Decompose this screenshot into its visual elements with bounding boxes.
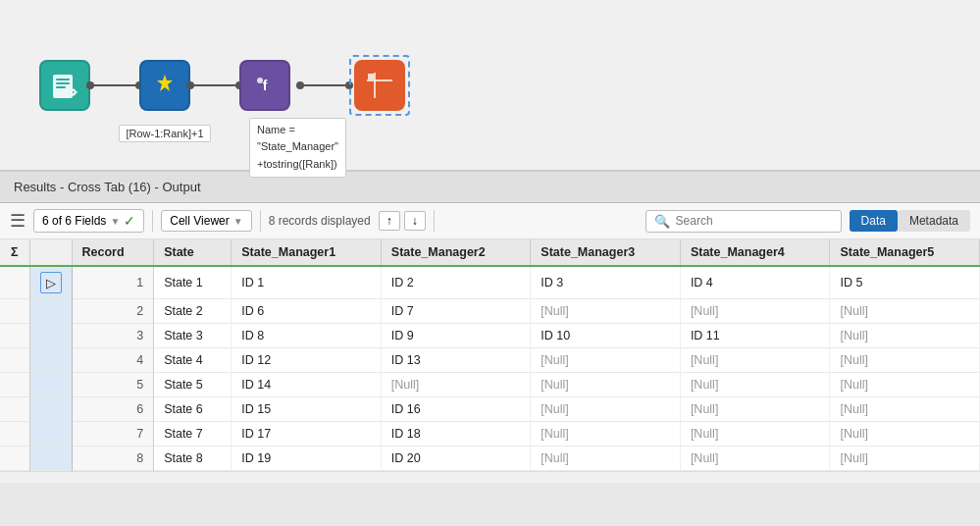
input-node-icon[interactable] xyxy=(39,60,90,111)
rank-node-icon[interactable] xyxy=(139,60,190,111)
cell-state_manager3: [Null] xyxy=(531,373,681,397)
svg-rect-11 xyxy=(368,74,374,79)
cell-record: 7 xyxy=(72,422,154,447)
cell-state_manager1: ID 19 xyxy=(232,447,382,471)
svg-rect-3 xyxy=(56,86,66,88)
crosstab-node-container[interactable] xyxy=(349,55,410,116)
cell-state_manager3: [Null] xyxy=(531,348,681,373)
cell-state_manager4: [Null] xyxy=(680,348,830,373)
row-indicator-cell xyxy=(29,447,72,471)
cell-record: 3 xyxy=(72,324,154,348)
rank-node-label: [Row-1:Rank]+1 xyxy=(119,125,210,142)
node-rank[interactable]: [Row-1:Rank]+1 xyxy=(139,60,190,111)
workflow-nodes: [Row-1:Rank]+1 f Name = "State_Manager" … xyxy=(39,55,410,116)
null-value: [Null] xyxy=(541,353,568,367)
cell-state_manager1: ID 17 xyxy=(232,422,382,447)
cell-state: State 2 xyxy=(154,299,232,324)
null-value: [Null] xyxy=(391,378,419,392)
null-value: [Null] xyxy=(840,378,867,392)
cell-state_manager1: ID 8 xyxy=(232,324,382,348)
null-value: [Null] xyxy=(541,378,568,392)
tab-data[interactable]: Data xyxy=(850,210,898,232)
sigma-header: Σ xyxy=(0,239,29,266)
col-header-manager4: State_Manager4 xyxy=(680,239,830,266)
null-value: [Null] xyxy=(691,304,718,318)
cell-state_manager2: ID 20 xyxy=(381,447,531,471)
cell-record: 2 xyxy=(72,299,154,324)
nav-down-button[interactable]: ↓ xyxy=(404,211,426,231)
cell-record: 6 xyxy=(72,397,154,422)
node-input[interactable] xyxy=(39,60,90,111)
table-row: ▷1State 1ID 1ID 2ID 3ID 4ID 5 xyxy=(0,266,980,299)
fields-label: 6 of 6 Fields xyxy=(42,214,106,228)
null-value: [Null] xyxy=(840,353,867,367)
row-indicator-cell xyxy=(29,373,72,397)
stack-icon[interactable]: ☰ xyxy=(10,210,26,232)
cell-state_manager3: [Null] xyxy=(531,447,681,471)
cell-record: 8 xyxy=(72,447,154,471)
cell-state_manager5: [Null] xyxy=(830,299,980,324)
sigma-cell xyxy=(0,397,29,422)
null-value: [Null] xyxy=(691,378,718,392)
cell-state: State 3 xyxy=(154,324,232,348)
fields-dropdown-arrow[interactable]: ▼ xyxy=(110,216,120,227)
row-indicator-cell xyxy=(29,299,72,324)
results-toolbar: ☰ 6 of 6 Fields ▼ ✓ Cell Viewer ▼ 8 reco… xyxy=(0,203,980,239)
null-value: [Null] xyxy=(541,402,568,416)
results-header: Results - Cross Tab (16) - Output xyxy=(0,172,980,203)
cell-state_manager1: ID 1 xyxy=(232,266,382,299)
search-box[interactable]: 🔍 xyxy=(645,210,842,233)
null-value: [Null] xyxy=(691,427,718,441)
row-indicator-cell: ▷ xyxy=(29,266,72,299)
cell-state_manager3: [Null] xyxy=(531,299,681,324)
col-header-state: State xyxy=(154,239,232,266)
node-crosstab[interactable] xyxy=(349,55,410,116)
cell-state_manager5: [Null] xyxy=(830,324,980,348)
tab-metadata[interactable]: Metadata xyxy=(898,210,970,232)
table-body: ▷1State 1ID 1ID 2ID 3ID 4ID 52State 2ID … xyxy=(0,266,980,471)
node-formula[interactable]: f Name = "State_Manager" +tostring([Rank… xyxy=(239,60,290,111)
row-indicator-header xyxy=(29,239,72,266)
null-value: [Null] xyxy=(541,427,568,441)
cell-state_manager4: [Null] xyxy=(680,373,830,397)
cell-state: State 8 xyxy=(154,447,232,471)
workflow-canvas: [Row-1:Rank]+1 f Name = "State_Manager" … xyxy=(0,0,980,172)
svg-rect-2 xyxy=(56,82,70,84)
col-header-manager3: State_Manager3 xyxy=(531,239,681,266)
cell-viewer-arrow[interactable]: ▼ xyxy=(233,216,243,227)
cell-state_manager4: [Null] xyxy=(680,397,830,422)
cell-state_manager3: ID 10 xyxy=(531,324,681,348)
navigation-arrows: ↑ ↓ xyxy=(379,211,426,231)
table-row: 8State 8ID 19ID 20[Null][Null][Null] xyxy=(0,447,980,471)
cell-state_manager2: ID 9 xyxy=(381,324,531,348)
cell-state_manager3: [Null] xyxy=(531,422,681,447)
table-row: 2State 2ID 6ID 7[Null][Null][Null] xyxy=(0,299,980,324)
col-header-record: Record xyxy=(72,239,154,266)
cell-viewer-selector[interactable]: Cell Viewer ▼ xyxy=(161,210,251,232)
svg-text:f: f xyxy=(263,78,268,93)
sigma-cell xyxy=(0,324,29,348)
row-selector-icon[interactable]: ▷ xyxy=(40,272,62,293)
cell-state_manager3: ID 3 xyxy=(531,266,681,299)
sigma-cell xyxy=(0,299,29,324)
crosstab-node-icon[interactable] xyxy=(354,60,405,111)
row-indicator-cell xyxy=(29,397,72,422)
search-input[interactable] xyxy=(676,214,833,228)
row-indicator-cell xyxy=(29,422,72,447)
table-row: 3State 3ID 8ID 9ID 10ID 11[Null] xyxy=(0,324,980,348)
results-table-container: Σ Record State State_Manager1 State_Mana… xyxy=(0,239,980,471)
null-value: [Null] xyxy=(840,451,867,465)
formula-node-icon[interactable]: f xyxy=(239,60,290,111)
cell-state_manager2: [Null] xyxy=(381,373,531,397)
toolbar-divider-1 xyxy=(152,210,153,232)
cell-state_manager4: [Null] xyxy=(680,299,830,324)
nav-up-button[interactable]: ↑ xyxy=(379,211,400,231)
row-indicator-cell xyxy=(29,324,72,348)
bottom-scrollbar[interactable] xyxy=(0,471,980,483)
toolbar-divider-2 xyxy=(260,210,261,232)
fields-selector[interactable]: 6 of 6 Fields ▼ ✓ xyxy=(33,209,144,233)
cell-state_manager1: ID 15 xyxy=(232,397,382,422)
cell-state_manager5: [Null] xyxy=(830,447,980,471)
cell-state_manager5: [Null] xyxy=(830,422,980,447)
view-tabs: Data Metadata xyxy=(850,210,970,232)
